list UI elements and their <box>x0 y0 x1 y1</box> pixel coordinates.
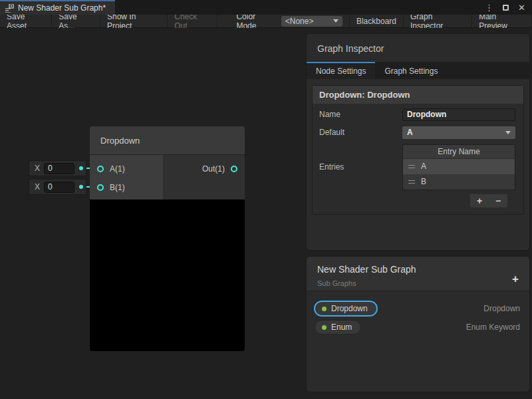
tab-title: New Shader Sub Graph* <box>18 3 106 13</box>
property-type: Dropdown <box>483 304 520 313</box>
menu-icon[interactable]: ⋮ <box>485 3 493 12</box>
input-widget-a: X <box>29 160 86 176</box>
port-label-a: A(1) <box>110 164 125 174</box>
axis-label: X <box>35 164 40 173</box>
axis-label: X <box>35 182 40 192</box>
chevron-down-icon <box>333 19 338 23</box>
subgraph-icon <box>5 4 14 13</box>
drag-handle-icon[interactable] <box>408 165 415 168</box>
blackboard-row-enum: Enum Enum Keyword <box>307 318 529 336</box>
property-type: Enum Keyword <box>466 323 520 332</box>
port-row-a: A(1) <box>90 160 163 178</box>
tab-graph-settings[interactable]: Graph Settings <box>375 62 447 79</box>
output-port[interactable] <box>231 166 237 172</box>
default-label: Default <box>319 128 402 137</box>
maximize-icon[interactable] <box>503 5 509 11</box>
graph-inspector-toggle-button[interactable]: Graph Inspector <box>404 15 472 27</box>
entry-label: B <box>421 177 426 186</box>
entries-footer: + − <box>470 194 507 207</box>
node-body: A(1) B(1) Out(1) <box>90 155 245 200</box>
drag-handle-icon[interactable] <box>408 180 415 184</box>
document-tab[interactable]: New Shader Sub Graph* <box>0 0 115 15</box>
node-output-column: Out(1) <box>163 155 245 200</box>
port-label-out: Out(1) <box>202 164 225 174</box>
blackboard-header: New Shader Sub Graph Sub Graphs + <box>307 257 529 291</box>
entry-row-b[interactable]: B <box>403 174 515 190</box>
value-field-b[interactable] <box>44 182 74 193</box>
remove-entry-button[interactable]: − <box>495 196 501 205</box>
inspector-content: Dropdown: Dropdown Name Default A <box>307 79 529 221</box>
node-input-column: A(1) B(1) <box>90 155 163 200</box>
property-name: Dropdown <box>331 304 368 313</box>
inspector-tabs: Node Settings Graph Settings <box>307 62 529 79</box>
blackboard-row-dropdown: Dropdown Dropdown <box>307 299 529 318</box>
check-out-button[interactable]: Check Out <box>168 15 217 27</box>
add-property-button[interactable]: + <box>512 273 519 286</box>
connector-dot-icon <box>79 166 83 170</box>
graph-canvas[interactable]: X X Dropdown A(1) B(1) Out(1) <box>0 28 532 399</box>
entry-row-a[interactable]: A <box>403 159 515 174</box>
input-port-b[interactable] <box>97 184 104 191</box>
name-input[interactable] <box>402 108 515 121</box>
entries-header: Entry Name <box>403 145 515 159</box>
entries-label: Entries <box>319 162 402 172</box>
inspector-title: Graph Inspector <box>307 34 529 62</box>
window-titlebar: New Shader Sub Graph* ⋮ ✕ <box>0 0 532 15</box>
color-mode-dropdown[interactable]: <None> <box>281 16 342 27</box>
main-preview-toggle-button[interactable]: Main Preview <box>472 15 532 27</box>
chevron-down-icon <box>505 131 511 134</box>
port-row-out: Out(1) <box>163 160 245 178</box>
node-settings-box: Dropdown: Dropdown Name Default A <box>312 85 524 215</box>
blackboard-panel: New Shader Sub Graph Sub Graphs + Dropdo… <box>306 256 530 392</box>
port-label-b: B(1) <box>110 183 125 192</box>
default-row: Default A <box>313 125 523 140</box>
dropdown-node[interactable]: Dropdown A(1) B(1) Out(1) <box>90 126 245 351</box>
property-name: Enum <box>331 323 352 332</box>
close-icon[interactable]: ✕ <box>518 3 525 12</box>
default-dropdown[interactable]: A <box>402 126 515 139</box>
entry-label: A <box>421 162 426 171</box>
name-label: Name <box>319 110 402 119</box>
color-mode-value: <None> <box>285 17 314 26</box>
save-asset-button[interactable]: Save Asset <box>0 15 52 27</box>
property-dot-icon <box>322 325 327 330</box>
blackboard-rows: Dropdown Dropdown Enum Enum Keyword <box>307 291 529 336</box>
input-widget-b: X <box>29 179 86 195</box>
save-as-button[interactable]: Save As... <box>52 15 100 27</box>
entries-list: Entry Name A B <box>402 144 515 190</box>
entries-footer-row: + − <box>313 193 523 209</box>
port-row-b: B(1) <box>90 178 163 197</box>
property-pill-enum[interactable]: Enum <box>315 320 361 334</box>
tab-node-settings[interactable]: Node Settings <box>307 62 375 79</box>
blackboard-toggle-button[interactable]: Blackboard <box>349 15 404 27</box>
node-preview <box>90 200 245 351</box>
blackboard-subtitle: Sub Graphs <box>317 279 519 287</box>
entries-row: Entries Entry Name A B <box>313 143 523 192</box>
window-controls: ⋮ ✕ <box>485 0 532 15</box>
property-pill-dropdown[interactable]: Dropdown <box>315 301 377 316</box>
value-field-a[interactable] <box>44 163 74 174</box>
blackboard-title: New Shader Sub Graph <box>317 264 519 275</box>
input-port-a[interactable] <box>97 166 104 172</box>
node-title[interactable]: Dropdown <box>90 126 245 155</box>
toolbar: Save Asset Save As... Show In Project Ch… <box>0 15 532 28</box>
property-dot-icon <box>322 307 327 311</box>
graph-inspector-panel: Graph Inspector Node Settings Graph Sett… <box>306 33 530 251</box>
show-in-project-button[interactable]: Show In Project <box>100 15 168 27</box>
section-title: Dropdown: Dropdown <box>313 86 523 104</box>
add-entry-button[interactable]: + <box>477 196 482 205</box>
name-row: Name <box>313 106 523 122</box>
default-value: A <box>407 128 413 137</box>
connector-dot-icon <box>79 185 83 189</box>
